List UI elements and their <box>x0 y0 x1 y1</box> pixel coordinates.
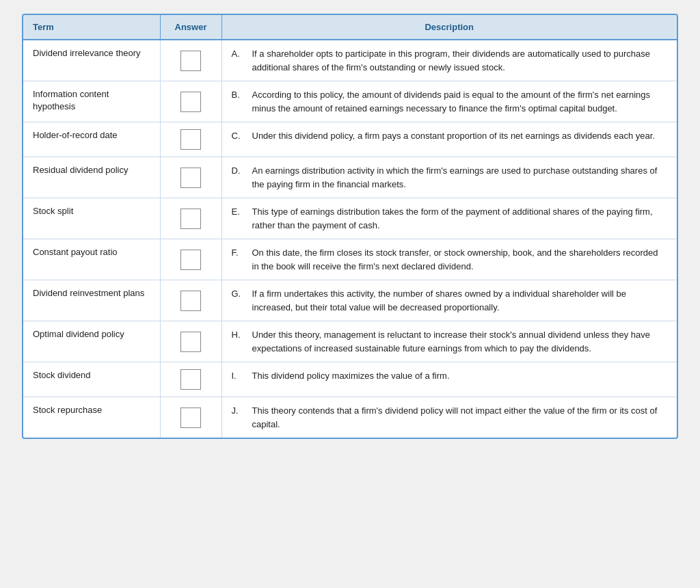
answer-cell[interactable] <box>160 280 221 321</box>
answer-input[interactable] <box>180 291 201 311</box>
table-row: Information content hypothesisB.Accordin… <box>23 81 677 122</box>
term-cell: Constant payout ratio <box>23 239 160 280</box>
table-row: Dividend reinvestment plansG.If a firm u… <box>23 280 677 321</box>
description-text: If a firm undertakes this activity, the … <box>252 287 668 314</box>
description-text: This type of earnings distribution takes… <box>252 205 668 232</box>
answer-input[interactable] <box>180 92 201 112</box>
description-text: Under this dividend policy, a firm pays … <box>252 129 668 143</box>
description-cell: E.This type of earnings distribution tak… <box>221 198 677 239</box>
description-text: Under this theory, management is relucta… <box>252 328 668 355</box>
header-term: Term <box>23 15 160 40</box>
term-cell: Stock dividend <box>23 362 160 397</box>
answer-input[interactable] <box>180 129 201 150</box>
answer-input[interactable] <box>180 407 201 428</box>
description-letter: D. <box>232 164 251 191</box>
table-row: Stock dividendI.This dividend policy max… <box>23 362 677 397</box>
table-row: Dividend irrelevance theoryA.If a shareh… <box>23 40 677 81</box>
description-cell: I.This dividend policy maximizes the val… <box>221 362 677 397</box>
term-cell: Stock repurchase <box>23 397 160 438</box>
answer-cell[interactable] <box>160 122 221 157</box>
description-text: This theory contends that a firm's divid… <box>252 404 668 431</box>
answer-input[interactable] <box>180 250 201 270</box>
description-cell: C.Under this dividend policy, a firm pay… <box>221 122 677 157</box>
table-row: Residual dividend policyD.An earnings di… <box>23 157 677 198</box>
table-row: Stock repurchaseJ.This theory contends t… <box>23 397 677 438</box>
answer-input[interactable] <box>180 332 201 352</box>
header-answer: Answer <box>160 15 221 40</box>
description-cell: D.An earnings distribution activity in w… <box>221 157 677 198</box>
answer-cell[interactable] <box>160 397 221 438</box>
term-cell: Dividend reinvestment plans <box>23 280 160 321</box>
table-row: Holder-of-record dateC.Under this divide… <box>23 122 677 157</box>
description-cell: A.If a shareholder opts to participate i… <box>221 40 677 81</box>
description-letter: B. <box>232 88 251 115</box>
description-cell: J.This theory contends that a firm's div… <box>221 397 677 438</box>
answer-cell[interactable] <box>160 321 221 362</box>
description-cell: B.According to this policy, the amount o… <box>221 81 677 122</box>
description-text: This dividend policy maximizes the value… <box>252 369 668 383</box>
answer-cell[interactable] <box>160 40 221 81</box>
description-letter: G. <box>232 287 251 314</box>
description-letter: I. <box>232 369 251 383</box>
description-text: On this date, the firm closes its stock … <box>252 246 668 273</box>
answer-input[interactable] <box>180 209 201 229</box>
table-row: Optimal dividend policyH.Under this theo… <box>23 321 677 362</box>
table-row: Constant payout ratioF.On this date, the… <box>23 239 677 280</box>
description-text: According to this policy, the amount of … <box>252 88 668 115</box>
answer-cell[interactable] <box>160 239 221 280</box>
description-letter: A. <box>232 47 251 74</box>
description-cell: F.On this date, the firm closes its stoc… <box>221 239 677 280</box>
description-cell: H.Under this theory, management is reluc… <box>221 321 677 362</box>
term-cell: Stock split <box>23 198 160 239</box>
description-letter: E. <box>232 205 251 232</box>
term-cell: Holder-of-record date <box>23 122 160 157</box>
table-row: Stock splitE.This type of earnings distr… <box>23 198 677 239</box>
answer-cell[interactable] <box>160 157 221 198</box>
description-text: If a shareholder opts to participate in … <box>252 47 668 74</box>
term-cell: Residual dividend policy <box>23 157 160 198</box>
answer-input[interactable] <box>180 369 201 390</box>
term-cell: Dividend irrelevance theory <box>23 40 160 81</box>
description-cell: G.If a firm undertakes this activity, th… <box>221 280 677 321</box>
matching-table: Term Answer Description Dividend irrelev… <box>22 14 678 439</box>
answer-cell[interactable] <box>160 198 221 239</box>
header-description: Description <box>221 15 677 40</box>
description-letter: C. <box>232 129 251 143</box>
term-cell: Optimal dividend policy <box>23 321 160 362</box>
description-letter: J. <box>232 404 251 431</box>
answer-cell[interactable] <box>160 81 221 122</box>
answer-input[interactable] <box>180 168 201 188</box>
description-text: An earnings distribution activity in whi… <box>252 164 668 191</box>
description-letter: H. <box>232 328 251 355</box>
answer-cell[interactable] <box>160 362 221 397</box>
term-cell: Information content hypothesis <box>23 81 160 122</box>
answer-input[interactable] <box>180 51 201 71</box>
description-letter: F. <box>232 246 251 273</box>
